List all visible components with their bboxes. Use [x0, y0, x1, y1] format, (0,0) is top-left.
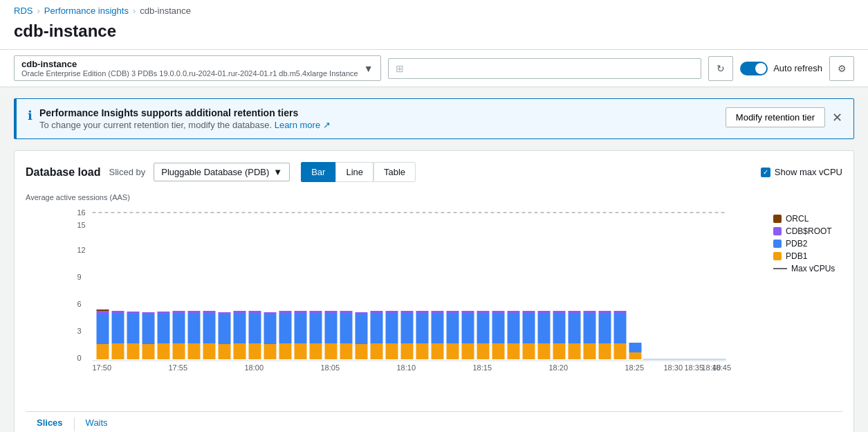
legend-color-orcl [773, 215, 782, 223]
instance-selector[interactable]: cdb-instance Oracle Enterprise Edition (… [14, 55, 381, 81]
svg-rect-46 [279, 313, 292, 343]
svg-rect-24 [173, 343, 185, 359]
tab-table[interactable]: Table [373, 162, 416, 182]
alert-text: Performance Insights supports additional… [39, 107, 719, 130]
modify-retention-tier-button[interactable]: Modify retention tier [726, 107, 825, 127]
chart-wrapper: 16 15 12 9 6 3 0 [26, 207, 842, 403]
svg-rect-82 [462, 313, 474, 343]
svg-rect-94 [523, 313, 535, 343]
card-header: Database load Sliced by Pluggable Databa… [26, 162, 842, 182]
breadcrumb-sep-2: › [133, 6, 136, 16]
svg-rect-84 [477, 343, 490, 359]
chart-area: Average active sessions (AAS) 16 15 12 9… [26, 193, 842, 403]
svg-rect-104 [569, 311, 581, 313]
svg-text:18:15: 18:15 [473, 363, 492, 372]
settings-button[interactable]: ⚙ [829, 56, 854, 81]
svg-rect-27 [188, 343, 201, 359]
svg-rect-70 [401, 313, 414, 343]
top-bar: RDS › Performance insights › cdb-instanc… [0, 0, 868, 50]
svg-rect-51 [310, 343, 322, 359]
svg-rect-15 [127, 343, 140, 359]
svg-rect-96 [538, 343, 551, 359]
svg-text:18:30: 18:30 [664, 363, 683, 372]
breadcrumb-rds[interactable]: RDS [14, 6, 33, 16]
svg-rect-48 [295, 343, 307, 359]
auto-refresh-toggle[interactable] [740, 62, 768, 75]
svg-rect-76 [432, 313, 444, 343]
search-bar[interactable]: ⊞ [388, 58, 702, 79]
svg-rect-110 [599, 311, 611, 313]
database-load-card: Database load Sliced by Pluggable Databa… [14, 150, 854, 432]
gear-icon: ⚙ [838, 63, 847, 74]
tab-bar[interactable]: Bar [301, 162, 335, 182]
svg-text:18:05: 18:05 [321, 363, 340, 372]
svg-rect-113 [614, 311, 627, 313]
svg-rect-106 [584, 313, 596, 343]
legend-item-orcl: ORCL [773, 214, 842, 224]
legend-label-maxvcpu: Max vCPUs [791, 264, 835, 273]
svg-rect-61 [355, 314, 368, 344]
svg-text:18:45: 18:45 [712, 363, 732, 372]
svg-text:18:10: 18:10 [397, 363, 416, 372]
view-tabs: Bar Line Table [301, 162, 416, 182]
svg-text:0: 0 [77, 354, 82, 362]
svg-rect-111 [614, 343, 627, 359]
alert-banner: ℹ Performance Insights supports addition… [14, 98, 854, 139]
svg-rect-75 [432, 343, 444, 359]
svg-rect-36 [234, 343, 246, 359]
instance-meta: Oracle Enterprise Edition (CDB) 3 PDBs 1… [21, 69, 358, 78]
svg-rect-99 [553, 343, 566, 359]
tab-slices[interactable]: Slices [26, 412, 74, 432]
legend-item-pdb2: PDB2 [773, 239, 842, 249]
info-icon: ℹ [28, 108, 33, 123]
svg-rect-55 [325, 313, 338, 343]
svg-rect-83 [462, 311, 474, 313]
svg-text:17:50: 17:50 [93, 363, 112, 372]
svg-rect-100 [553, 313, 566, 343]
svg-rect-20 [142, 312, 155, 314]
breadcrumb-performance-insights[interactable]: Performance insights [44, 6, 129, 16]
svg-rect-49 [295, 313, 307, 343]
svg-rect-50 [295, 311, 307, 313]
svg-rect-44 [264, 312, 277, 314]
svg-rect-35 [219, 312, 231, 314]
tab-waits[interactable]: Waits [75, 412, 119, 432]
svg-rect-38 [234, 311, 246, 313]
svg-text:18:00: 18:00 [245, 363, 264, 372]
svg-rect-45 [279, 343, 292, 359]
tab-line[interactable]: Line [335, 162, 373, 182]
svg-rect-22 [158, 314, 170, 343]
legend-item-cdbroot: CDB$ROOT [773, 226, 842, 236]
learn-more-link[interactable]: Learn more ↗ [275, 120, 331, 130]
sliced-by-dropdown[interactable]: Pluggable Database (PDB) ▼ [154, 163, 290, 181]
svg-rect-73 [416, 313, 429, 343]
svg-rect-91 [508, 313, 520, 343]
search-input[interactable] [408, 63, 694, 73]
svg-rect-87 [492, 343, 505, 359]
chart-y-label: Average active sessions (AAS) [26, 193, 842, 201]
svg-text:6: 6 [77, 300, 82, 308]
svg-rect-17 [127, 312, 140, 314]
breadcrumb: RDS › Performance insights › cdb-instanc… [14, 0, 854, 19]
alert-close-button[interactable]: ✕ [832, 110, 842, 125]
legend-label-orcl: ORCL [786, 214, 809, 224]
svg-rect-64 [371, 313, 383, 343]
svg-rect-41 [249, 311, 261, 313]
toolbar: cdb-instance Oracle Enterprise Edition (… [0, 50, 868, 87]
svg-rect-102 [569, 343, 581, 359]
svg-rect-59 [340, 311, 353, 313]
chart-svg: 16 15 12 9 6 3 0 [26, 207, 762, 401]
svg-rect-108 [599, 343, 611, 359]
legend-label-pdb1: PDB1 [786, 251, 807, 261]
legend-item-pdb1: PDB1 [773, 251, 842, 261]
svg-rect-115 [629, 343, 642, 352]
show-max-vcpu-checkbox[interactable] [761, 168, 770, 177]
sliced-by-arrow-icon: ▼ [273, 167, 282, 177]
refresh-button[interactable]: ↻ [708, 56, 733, 81]
show-max-vcpu-row: Show max vCPU [761, 167, 842, 177]
svg-rect-43 [264, 314, 277, 344]
card-title: Database load [26, 166, 100, 179]
svg-rect-19 [142, 314, 155, 344]
show-max-vcpu-label: Show max vCPU [775, 167, 842, 177]
svg-rect-107 [584, 311, 596, 313]
